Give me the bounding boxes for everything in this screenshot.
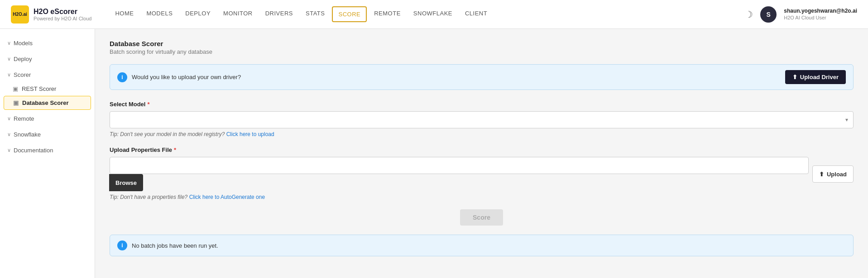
sidebar-section-models: ∨ Models (0, 36, 95, 50)
nav-link-deploy[interactable]: DEPLOY (180, 6, 216, 22)
bottom-banner-text: No batch jobs have been run yet. (132, 242, 218, 249)
nav-link-monitor[interactable]: MONITOR (218, 6, 258, 22)
upload-driver-label: Upload Driver (800, 74, 839, 80)
sidebar-section-label-documentation: Documentation (14, 147, 53, 154)
upload-properties-section: Upload Properties File * Browse ⬆ Upload… (110, 146, 854, 200)
page-subtitle: Batch scoring for virtually any database (110, 48, 854, 55)
score-button[interactable]: Score (460, 209, 503, 226)
sidebar-section-header-documentation[interactable]: ∨ Documentation (0, 143, 95, 157)
tip-properties-link[interactable]: Click here to AutoGenerate one (189, 194, 265, 200)
database-scorer-icon: ▣ (13, 99, 19, 106)
sidebar-section-snowflake: ∨ Snowflake (0, 127, 95, 141)
upload-secondary-arrow-icon: ⬆ (819, 171, 824, 178)
layout: ∨ Models ∨ Deploy ∨ Scorer ▣ REST Scorer… (0, 29, 868, 278)
nav-link-score[interactable]: SCORE (332, 6, 367, 22)
logo-box: H2O.ai (11, 5, 29, 24)
user-email: shaun.yogeshwaran@h2o.ai (784, 8, 857, 15)
sidebar-section-header-deploy[interactable]: ∨ Deploy (0, 52, 95, 66)
sidebar-section-label-remote: Remote (14, 115, 34, 122)
nav-links: HOME MODELS DEPLOY MONITOR DRIVERS STATS… (110, 6, 745, 22)
page-title: Database Scorer (110, 40, 854, 47)
sidebar-section-label-deploy: Deploy (14, 56, 32, 62)
user-role: H2O AI Cloud User (784, 14, 857, 21)
nav-link-stats[interactable]: STATS (300, 6, 330, 22)
sidebar-item-database-scorer[interactable]: ▣ Database Scorer (4, 96, 91, 110)
logo-area: H2O.ai H2O eScorer Powered by H2O AI Clo… (11, 5, 91, 24)
sidebar-section-documentation: ∨ Documentation (0, 143, 95, 157)
page-header: Database Scorer Batch scoring for virtua… (110, 40, 854, 55)
sidebar-item-label-database-scorer: Database Scorer (22, 99, 69, 106)
sidebar-section-scorer: ∨ Scorer ▣ REST Scorer ▣ Database Scorer (0, 68, 95, 110)
nav-link-remote[interactable]: REMOTE (369, 6, 406, 22)
select-model-label: Select Model * (110, 101, 854, 108)
nav-link-models[interactable]: MODELS (141, 6, 178, 22)
upload-driver-arrow-icon: ⬆ (792, 74, 797, 80)
app-subtitle: Powered by H2O AI Cloud (34, 16, 91, 21)
chevron-deploy-icon: ∨ (7, 56, 11, 62)
select-model-wrapper: ▾ (110, 111, 854, 128)
sidebar-section-label-scorer: Scorer (14, 71, 31, 78)
nav-link-home[interactable]: HOME (110, 6, 139, 22)
upload-properties-label: Upload Properties File * (110, 146, 854, 153)
sidebar-section-label-models: Models (14, 40, 33, 47)
info-banner-text: Would you like to upload your own driver… (132, 74, 241, 80)
app-title: H2O eScorer (34, 8, 91, 16)
sidebar-item-label-rest-scorer: REST Scorer (22, 85, 56, 92)
nav-link-snowflake[interactable]: SNOWFLAKE (408, 6, 458, 22)
tip-model: Tip: Don't see your model in the model r… (110, 131, 854, 137)
logo-icon-text: H2O.ai (13, 12, 27, 17)
app-title-area: H2O eScorer Powered by H2O AI Cloud (34, 8, 91, 21)
sidebar-section-header-snowflake[interactable]: ∨ Snowflake (0, 127, 95, 141)
sidebar-section-deploy: ∨ Deploy (0, 52, 95, 66)
upload-secondary-label: Upload (827, 171, 847, 178)
upload-properties-required: * (174, 146, 176, 153)
nav-link-client[interactable]: CLIENT (460, 6, 493, 22)
select-model-section: Select Model * ▾ Tip: Don't see your mod… (110, 101, 854, 137)
chevron-models-icon: ∨ (7, 40, 11, 46)
chevron-documentation-icon: ∨ (7, 147, 11, 153)
select-model-required: * (147, 101, 149, 108)
user-info: shaun.yogeshwaran@h2o.ai H2O AI Cloud Us… (784, 8, 857, 21)
sidebar-item-rest-scorer[interactable]: ▣ REST Scorer (0, 82, 95, 96)
file-input-wrapper: Browse (110, 157, 809, 191)
upload-driver-button[interactable]: ⬆ Upload Driver (785, 70, 846, 84)
upload-button[interactable]: ⬆ Upload (812, 165, 854, 183)
sidebar: ∨ Models ∨ Deploy ∨ Scorer ▣ REST Scorer… (0, 29, 95, 278)
nav-right: ☽ S shaun.yogeshwaran@h2o.ai H2O AI Clou… (745, 6, 857, 23)
tip-model-link[interactable]: Click here to upload (226, 131, 274, 137)
sidebar-section-remote: ∨ Remote (0, 112, 95, 126)
info-icon: i (117, 72, 127, 82)
top-nav: H2O.ai H2O eScorer Powered by H2O AI Clo… (0, 0, 868, 29)
nav-link-drivers[interactable]: DRIVERS (260, 6, 298, 22)
avatar[interactable]: S (760, 6, 777, 23)
bottom-info-icon: i (117, 240, 127, 250)
browse-button[interactable]: Browse (109, 174, 143, 191)
sidebar-section-header-remote[interactable]: ∨ Remote (0, 112, 95, 126)
chevron-remote-icon: ∨ (7, 116, 11, 122)
info-banner-left: i Would you like to upload your own driv… (117, 72, 241, 82)
theme-toggle-icon[interactable]: ☽ (745, 9, 753, 20)
chevron-snowflake-icon: ∨ (7, 132, 11, 137)
tip-properties: Tip: Don't have a properties file? Click… (110, 194, 854, 200)
file-upload-row: Browse ⬆ Upload (110, 157, 854, 191)
bottom-banner: i No batch jobs have been run yet. (110, 235, 854, 256)
info-banner: i Would you like to upload your own driv… (110, 64, 854, 90)
select-model-input[interactable] (110, 111, 854, 128)
main-content: Database Scorer Batch scoring for virtua… (95, 29, 868, 278)
sidebar-section-header-models[interactable]: ∨ Models (0, 36, 95, 50)
sidebar-section-label-snowflake: Snowflake (14, 131, 41, 138)
file-input[interactable] (110, 157, 809, 174)
sidebar-section-header-scorer[interactable]: ∨ Scorer (0, 68, 95, 82)
rest-scorer-icon: ▣ (13, 85, 18, 92)
chevron-scorer-icon: ∨ (7, 72, 11, 78)
